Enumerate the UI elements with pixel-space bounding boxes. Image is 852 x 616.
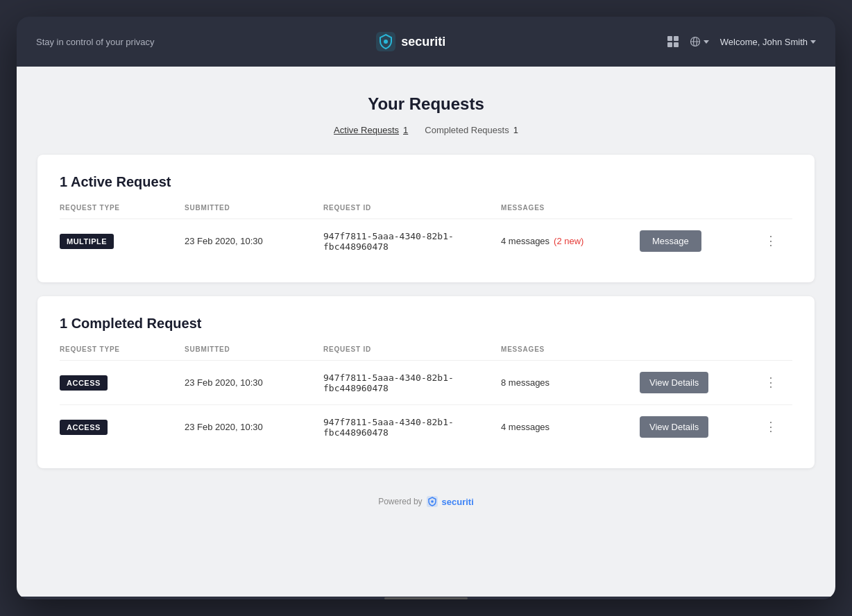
- tabs: Active Requests 1 Completed Requests 1: [37, 125, 815, 135]
- svg-point-6: [431, 500, 434, 503]
- messages-count: 4 messages: [501, 422, 549, 432]
- message-button[interactable]: Message: [640, 230, 701, 252]
- svg-point-1: [384, 40, 388, 44]
- col-request-type-2: REQUEST TYPE: [60, 345, 185, 353]
- col-more-2: [765, 345, 792, 353]
- tab-completed-requests[interactable]: Completed Requests 1: [425, 125, 518, 135]
- securiti-logo-icon: [376, 32, 395, 51]
- header-logo: securiti: [155, 32, 667, 51]
- table-row: ACCESS 23 Feb 2020, 10:30 947f7811-5aaa-…: [60, 361, 792, 405]
- more-options-2[interactable]: ⋮: [765, 420, 792, 434]
- footer-logo-text: securiti: [442, 497, 474, 507]
- user-menu[interactable]: Welcome, John Smith: [720, 37, 816, 47]
- completed-requests-card: 1 Completed Request REQUEST TYPE SUBMITT…: [37, 296, 815, 468]
- col-action-2: [640, 345, 765, 353]
- col-action-1: [640, 204, 765, 212]
- more-options-1[interactable]: ⋮: [765, 376, 792, 389]
- action-cell: Message: [640, 230, 765, 252]
- submitted-date: 23 Feb 2020, 10:30: [185, 236, 323, 246]
- main-content: Your Requests Active Requests 1 Complete…: [17, 67, 835, 597]
- footer-logo-icon: [427, 496, 438, 507]
- active-table-header: REQUEST TYPE SUBMITTED REQUEST ID MESSAG…: [60, 204, 792, 219]
- scroll-bar: [384, 597, 468, 599]
- more-icon[interactable]: ⋮: [765, 420, 778, 434]
- col-request-id-1: REQUEST ID: [323, 204, 501, 212]
- powered-by-text: Powered by: [378, 497, 422, 506]
- user-chevron: [810, 40, 816, 44]
- messages-cell: 4 messages (2 new): [501, 236, 640, 246]
- more-icon[interactable]: ⋮: [765, 375, 778, 389]
- device-frame: Stay in control of your privacy securiti: [17, 17, 835, 599]
- request-id: 947f7811-5aaa-4340-82b1-fbc448960478: [323, 417, 501, 438]
- globe-icon: [690, 36, 701, 47]
- page-title: Your Requests: [37, 94, 815, 114]
- request-type-badge: MULTIPLE: [60, 234, 114, 249]
- completed-requests-count: 1: [513, 125, 518, 135]
- messages-cell: 8 messages: [501, 377, 640, 388]
- more-icon[interactable]: ⋮: [765, 234, 778, 248]
- request-type-badge: ACCESS: [60, 375, 108, 391]
- col-request-type-1: REQUEST TYPE: [60, 204, 185, 212]
- col-submitted-1: SUBMITTED: [185, 204, 323, 212]
- messages-count: 8 messages: [501, 377, 549, 388]
- submitted-date: 23 Feb 2020, 10:30: [185, 422, 323, 432]
- view-details-button-1[interactable]: View Details: [640, 372, 708, 393]
- messages-count: 4 messages: [501, 236, 549, 246]
- badge-multiple: MULTIPLE: [60, 234, 185, 249]
- more-options[interactable]: ⋮: [765, 234, 792, 248]
- col-request-id-2: REQUEST ID: [323, 345, 501, 353]
- view-details-button-2[interactable]: View Details: [640, 416, 708, 438]
- active-requests-label: Active Requests: [334, 125, 399, 135]
- active-requests-count: 1: [403, 125, 408, 135]
- lang-chevron: [704, 40, 709, 44]
- table-row: ACCESS 23 Feb 2020, 10:30 947f7811-5aaa-…: [60, 405, 792, 449]
- logo-text: securiti: [401, 35, 445, 49]
- request-type-badge: ACCESS: [60, 420, 108, 435]
- col-more-1: [765, 204, 792, 212]
- action-cell: View Details: [640, 372, 765, 393]
- language-selector[interactable]: [690, 36, 709, 47]
- grid-icon[interactable]: [667, 36, 679, 47]
- active-card-title: 1 Active Request: [60, 174, 792, 190]
- badge-access-2: ACCESS: [60, 420, 185, 435]
- scroll-indicator: [17, 597, 835, 599]
- submitted-date: 23 Feb 2020, 10:30: [185, 377, 323, 388]
- header-right: Welcome, John Smith: [667, 36, 816, 47]
- messages-new: (2 new): [554, 236, 583, 246]
- completed-table-header: REQUEST TYPE SUBMITTED REQUEST ID MESSAG…: [60, 345, 792, 361]
- col-messages-1: MESSAGES: [501, 204, 640, 212]
- active-requests-card: 1 Active Request REQUEST TYPE SUBMITTED …: [37, 155, 815, 282]
- action-cell: View Details: [640, 416, 765, 438]
- footer: Powered by securiti: [37, 482, 815, 521]
- welcome-text: Welcome, John Smith: [720, 37, 808, 47]
- badge-access-1: ACCESS: [60, 375, 185, 391]
- request-id: 947f7811-5aaa-4340-82b1-fbc448960478: [323, 373, 501, 393]
- completed-requests-label: Completed Requests: [425, 125, 509, 135]
- completed-card-title: 1 Completed Request: [60, 316, 792, 332]
- header: Stay in control of your privacy securiti: [17, 17, 835, 67]
- table-row: MULTIPLE 23 Feb 2020, 10:30 947f7811-5aa…: [60, 219, 792, 263]
- col-submitted-2: SUBMITTED: [185, 345, 323, 353]
- messages-cell: 4 messages: [501, 422, 640, 432]
- request-id: 947f7811-5aaa-4340-82b1-fbc448960478: [323, 231, 501, 252]
- privacy-text: Stay in control of your privacy: [36, 37, 155, 47]
- col-messages-2: MESSAGES: [501, 345, 640, 353]
- tab-active-requests[interactable]: Active Requests 1: [334, 125, 408, 135]
